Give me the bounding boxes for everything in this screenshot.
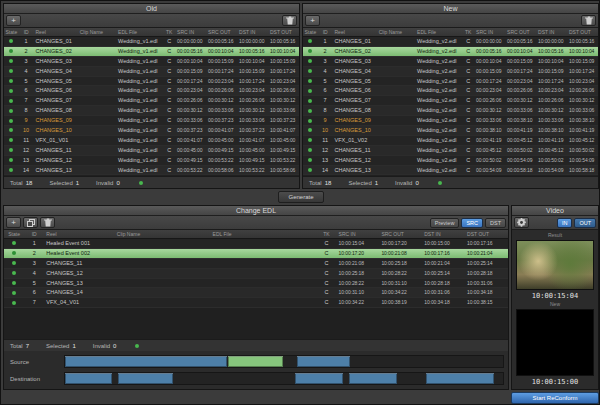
start-reconform-button[interactable]: Start ReConform xyxy=(511,392,599,404)
timeline-segment[interactable] xyxy=(65,356,227,367)
column-header-edl-file[interactable]: EDL File xyxy=(415,28,462,36)
timeline-segment[interactable] xyxy=(228,356,283,367)
edl-row-changes-06[interactable]: 6CHANGES_06Wedding_v2.edlC00:00:23:0400:… xyxy=(303,86,598,96)
edl-row-vfx-01-v01[interactable]: 11VFX_01_V01Wedding_v1.edlC00:00:41:0700… xyxy=(4,136,299,146)
column-header-clip-name[interactable]: Clip Name xyxy=(377,28,415,36)
result-video-thumbnail[interactable] xyxy=(516,240,594,290)
edl-row-changes-11[interactable]: 12CHANGES_11Wedding_v2.edlC00:00:45:1200… xyxy=(303,146,598,156)
edl-row-changes-04[interactable]: 4CHANGES_04Wedding_v1.edlC00:00:15:0900:… xyxy=(4,67,299,77)
add-button[interactable]: + xyxy=(6,217,21,228)
total-value: 7 xyxy=(26,343,29,349)
edl-row-changes-11[interactable]: 3CHANGES_11C10:00:21:0810:00:25:1810:00:… xyxy=(4,259,508,269)
cell: 1 xyxy=(24,239,44,248)
edl-row-changes-02[interactable]: 2CHANGES_02Wedding_v1.edlC00:00:05:1600:… xyxy=(4,47,299,57)
new-video-thumbnail[interactable] xyxy=(516,309,594,376)
edl-row-changes-04[interactable]: 4CHANGES_04Wedding_v2.edlC00:00:15:0900:… xyxy=(303,67,598,77)
edl-row-changes-09[interactable]: 9CHANGES_09Wedding_v1.edlC00:00:33:0600:… xyxy=(4,116,299,126)
column-header-src-in[interactable]: SRC IN xyxy=(175,28,206,36)
edl-row-changes-02[interactable]: 2CHANGES_02Wedding_v2.edlC00:00:05:1600:… xyxy=(303,47,598,57)
edl-row-healed-event-001[interactable]: 1Healed Event 001C10:00:15:0410:00:17:20… xyxy=(4,239,508,249)
edl-row-changes-13[interactable]: 14CHANGES_13Wedding_v2.edlC00:00:54:0900… xyxy=(303,166,598,176)
column-header-reel[interactable]: Reel xyxy=(34,28,78,36)
column-header-dst-in[interactable]: DST IN xyxy=(536,28,567,36)
column-header-state[interactable]: State xyxy=(303,28,318,36)
edl-row-changes-05[interactable]: 5CHANGES_05Wedding_v2.edlC00:00:17:2400:… xyxy=(303,77,598,87)
column-header-id[interactable]: ID xyxy=(24,230,44,238)
edl-row-changes-03[interactable]: 3CHANGES_03Wedding_v1.edlC00:00:10:0400:… xyxy=(4,57,299,67)
column-header-clip-name[interactable]: Clip Name xyxy=(78,28,116,36)
timeline-segment[interactable] xyxy=(426,373,494,384)
cell: CHANGES_07 xyxy=(333,96,377,105)
edl-row-changes-14[interactable]: 6CHANGES_14C10:00:31:1010:00:34:2210:00:… xyxy=(4,288,508,298)
add-button[interactable]: + xyxy=(6,15,21,26)
source-timeline-track[interactable] xyxy=(64,355,504,368)
column-header-edl-file[interactable]: EDL File xyxy=(211,230,317,238)
timeline-segment[interactable] xyxy=(349,373,397,384)
column-header-src-out[interactable]: SRC OUT xyxy=(379,230,422,238)
add-button[interactable]: + xyxy=(305,15,320,26)
timeline-segment[interactable] xyxy=(295,373,343,384)
edl-row-changes-08[interactable]: 8CHANGES_08Wedding_v1.edlC00:00:30:1200:… xyxy=(4,106,299,116)
timeline-segment[interactable] xyxy=(118,373,173,384)
edl-row-vfx-04-v01[interactable]: 7VFX_04_V01C10:00:34:2210:00:38:1910:00:… xyxy=(4,298,508,308)
edl-row-changes-01[interactable]: 1CHANGES_01Wedding_v1.edlC00:00:00:0000:… xyxy=(4,37,299,47)
trash-button[interactable] xyxy=(282,15,297,26)
settings-button[interactable] xyxy=(514,217,529,228)
duplicate-button[interactable] xyxy=(23,217,38,228)
column-header-reel[interactable]: Reel xyxy=(333,28,377,36)
trash-button[interactable] xyxy=(581,15,596,26)
column-header-tk[interactable]: TK xyxy=(163,28,175,36)
column-header-dst-out[interactable]: DST OUT xyxy=(268,28,299,36)
column-header-clip-name[interactable]: Clip Name xyxy=(115,230,211,238)
column-header-id[interactable]: ID xyxy=(318,28,333,36)
edl-row-changes-05[interactable]: 5CHANGES_05Wedding_v1.edlC00:00:17:2400:… xyxy=(4,77,299,87)
edl-row-changes-13[interactable]: 5CHANGES_13C10:00:28:2210:00:31:1010:00:… xyxy=(4,279,508,289)
column-header-src-out[interactable]: SRC OUT xyxy=(505,28,536,36)
edl-row-changes-07[interactable]: 7CHANGES_07Wedding_v1.edlC00:00:26:0600:… xyxy=(4,96,299,106)
edl-row-changes-13[interactable]: 14CHANGES_13Wedding_v1.edlC00:00:53:2200… xyxy=(4,166,299,176)
edl-row-changes-10[interactable]: 10CHANGES_10Wedding_v1.edlC00:00:37:2300… xyxy=(4,126,299,136)
column-header-tk[interactable]: TK xyxy=(462,28,474,36)
column-header-state[interactable]: State xyxy=(4,28,19,36)
column-header-dst-out[interactable]: DST OUT xyxy=(465,230,508,238)
preview-button[interactable]: Preview xyxy=(430,218,460,228)
edl-row-changes-03[interactable]: 3CHANGES_03Wedding_v2.edlC00:00:10:0400:… xyxy=(303,57,598,67)
dst-toggle-button[interactable]: DST xyxy=(485,218,506,228)
out-button[interactable]: OUT xyxy=(574,218,596,228)
edl-row-changes-06[interactable]: 6CHANGES_06Wedding_v1.edlC00:00:23:0400:… xyxy=(4,86,299,96)
selected-label: Selected xyxy=(49,180,72,186)
edl-row-changes-01[interactable]: 1CHANGES_01Wedding_v2.edlC00:00:00:0000:… xyxy=(303,37,598,47)
edl-row-changes-11[interactable]: 12CHANGES_11Wedding_v1.edlC00:00:45:0000… xyxy=(4,146,299,156)
in-button[interactable]: IN xyxy=(557,218,573,228)
column-header-src-in[interactable]: SRC IN xyxy=(474,28,505,36)
column-header-id[interactable]: ID xyxy=(19,28,34,36)
edl-row-vfx-01-v02[interactable]: 11VFX_01_V02Wedding_v2.edlC00:00:41:1900… xyxy=(303,136,598,146)
edl-row-changes-07[interactable]: 7CHANGES_07Wedding_v2.edlC00:00:26:0600:… xyxy=(303,96,598,106)
src-toggle-button[interactable]: SRC xyxy=(461,218,483,228)
cell: 3 xyxy=(19,57,34,66)
column-header-tk[interactable]: TK xyxy=(316,230,336,238)
edl-row-changes-12[interactable]: 4CHANGES_12C10:00:25:1810:00:28:2210:00:… xyxy=(4,269,508,279)
timeline-segment[interactable] xyxy=(65,373,112,384)
edl-row-healed-event-002[interactable]: 2Healed Event 002C10:00:17:2010:00:21:08… xyxy=(4,249,508,259)
column-header-src-in[interactable]: SRC IN xyxy=(337,230,380,238)
cell: C xyxy=(462,96,474,105)
column-header-dst-in[interactable]: DST IN xyxy=(237,28,268,36)
edl-row-changes-12[interactable]: 13CHANGES_12Wedding_v2.edlC00:00:50:0200… xyxy=(303,156,598,166)
edl-row-changes-12[interactable]: 13CHANGES_12Wedding_v1.edlC00:00:49:1500… xyxy=(4,156,299,166)
column-header-edl-file[interactable]: EDL File xyxy=(116,28,163,36)
cell xyxy=(115,239,211,248)
column-header-src-out[interactable]: SRC OUT xyxy=(206,28,237,36)
column-header-reel[interactable]: Reel xyxy=(44,230,115,238)
destination-timeline-track[interactable] xyxy=(64,372,504,385)
edl-row-changes-09[interactable]: 9CHANGES_09Wedding_v2.edlC00:00:33:0600:… xyxy=(303,116,598,126)
column-header-dst-in[interactable]: DST IN xyxy=(422,230,465,238)
column-header-dst-out[interactable]: DST OUT xyxy=(567,28,598,36)
edl-row-changes-10[interactable]: 10CHANGES_10Wedding_v2.edlC00:00:38:1000… xyxy=(303,126,598,136)
edl-row-changes-08[interactable]: 8CHANGES_08Wedding_v2.edlC00:00:30:1200:… xyxy=(303,106,598,116)
cell: 13 xyxy=(19,156,34,165)
column-header-state[interactable]: State xyxy=(4,230,24,238)
timeline-segment[interactable] xyxy=(297,356,350,367)
trash-button[interactable] xyxy=(40,217,55,228)
generate-button[interactable]: Generate xyxy=(278,191,324,203)
